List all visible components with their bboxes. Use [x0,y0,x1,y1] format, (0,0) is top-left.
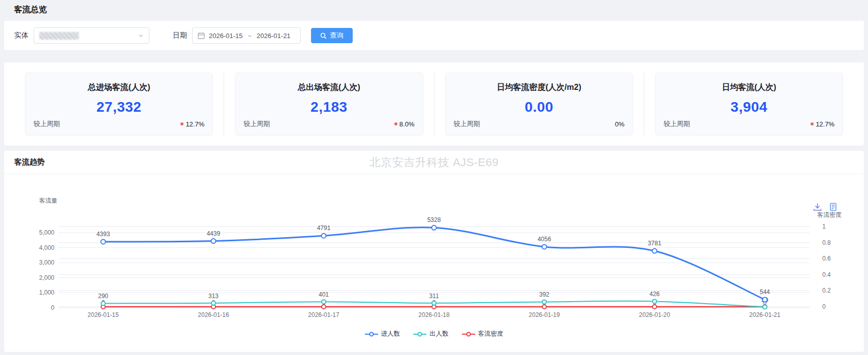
svg-text:313: 313 [208,293,219,300]
chart-toolbar [813,203,838,211]
svg-text:4393: 4393 [97,231,110,238]
stat-compare-label: 较上周期 [34,119,60,128]
stat-compare-label: 较上周期 [243,119,270,128]
calendar-icon [198,32,205,39]
stat-cell: 日均客流(人次) 3,904 较上周期 12.7% [644,73,854,136]
date-label: 日期 [173,31,187,40]
entity-label: 实体 [14,31,28,40]
svg-text:5328: 5328 [427,216,441,223]
filter-panel: 实体 日期 2026-01-15 ~ 2026-01-21 查询 [4,21,864,50]
stat-compare-label: 较上周期 [454,119,480,128]
chart-legend: 进人数 出人数 客流密度 [4,330,864,338]
svg-text:1,000: 1,000 [39,289,54,296]
chart-entity-title: 北京安吉升科技 AJS-E69 [4,155,864,170]
stat-cell: 总进场客流(人次) 27,332 较上周期 12.7% [14,73,224,136]
stat-title: 总进场客流(人次) [34,82,204,93]
date-separator: ~ [247,32,253,40]
svg-text:426: 426 [649,291,660,298]
legend-item-density[interactable]: 客流密度 [462,330,504,338]
search-icon [320,33,327,39]
chart-header: 客流趋势 北京安吉升科技 AJS-E69 [4,151,864,174]
stat-value: 2,183 [243,99,414,115]
svg-text:401: 401 [319,291,329,298]
stat-card-avg-density: 日均客流密度(人次/m2) 0.00 较上周期 0% [445,73,633,136]
stat-cell: 日均客流密度(人次/m2) 0.00 较上周期 0% [434,73,644,136]
page-title: 客流总览 [14,5,854,15]
stat-card-total-in: 总进场客流(人次) 27,332 较上周期 12.7% [25,73,213,136]
svg-text:2026-01-17: 2026-01-17 [308,311,339,318]
query-button[interactable]: 查询 [311,28,353,43]
svg-text:2026-01-19: 2026-01-19 [529,311,560,318]
chart-panel: 客流趋势 北京安吉升科技 AJS-E69 00.20.40.60.8101,00… [4,151,864,352]
stats-panel: 总进场客流(人次) 27,332 较上周期 12.7% 总出场客流(人次) 2,… [4,62,864,146]
stat-title: 日均客流(人次) [664,82,834,93]
svg-text:290: 290 [98,293,108,300]
trend-chart: 00.20.40.60.8101,0002,0003,0004,0005,000… [4,174,864,328]
svg-text:0: 0 [822,303,826,310]
svg-text:2026-01-20: 2026-01-20 [639,311,670,318]
line-marker-icon [365,332,378,337]
stat-value: 3,904 [664,99,834,115]
chevron-down-icon [138,33,144,39]
stat-card-daily-avg: 日均客流(人次) 3,904 较上周期 12.7% [655,73,843,136]
stat-cell: 总出场客流(人次) 2,183 较上周期 8.0% [224,73,433,136]
download-icon[interactable] [813,203,822,211]
negative-dot-icon [180,122,183,125]
legend-item-in[interactable]: 进人数 [365,330,400,338]
svg-text:4,000: 4,000 [39,244,54,251]
chart-section-title: 客流趋势 [14,157,45,167]
line-marker-icon [413,332,426,337]
legend-item-out[interactable]: 出人数 [413,330,449,338]
svg-text:0: 0 [51,304,54,311]
svg-text:1: 1 [822,223,826,230]
svg-text:3781: 3781 [648,240,662,247]
stat-card-total-out: 总出场客流(人次) 2,183 较上周期 8.0% [235,73,423,136]
svg-text:5,000: 5,000 [39,229,54,236]
date-range-input[interactable]: 2026-01-15 ~ 2026-01-21 [192,27,301,44]
svg-text:2026-01-15: 2026-01-15 [87,311,119,318]
svg-text:2026-01-16: 2026-01-16 [198,311,229,318]
query-button-label: 查询 [330,31,344,40]
stat-change: 0% [610,120,625,128]
entity-select[interactable] [34,27,149,44]
svg-text:0.6: 0.6 [822,255,831,262]
svg-text:0.2: 0.2 [822,287,831,294]
data-view-icon[interactable] [829,203,838,211]
stat-value: 0.00 [454,99,625,115]
stat-change: 12.7% [811,120,834,128]
page-header: 客流总览 [0,0,868,21]
stat-title: 日均客流密度(人次/m2) [454,82,625,93]
svg-text:2,000: 2,000 [39,274,54,281]
line-marker-icon [462,332,475,337]
negative-dot-icon [811,122,814,125]
stat-value: 27,332 [34,99,204,115]
svg-text:3,000: 3,000 [39,259,54,266]
svg-text:4439: 4439 [207,230,221,237]
date-start-value[interactable]: 2026-01-15 [209,32,243,40]
svg-text:544: 544 [760,288,770,296]
svg-text:客流密度: 客流密度 [817,211,842,218]
svg-text:311: 311 [429,293,439,300]
stat-compare-label: 较上周期 [664,119,690,128]
svg-text:0.8: 0.8 [822,239,831,246]
negative-dot-icon [394,122,397,125]
stat-title: 总出场客流(人次) [243,82,414,93]
date-end-value[interactable]: 2026-01-21 [257,32,291,40]
svg-text:392: 392 [539,291,549,298]
redacted-entity-value [39,32,79,40]
stat-change: 12.7% [180,120,204,128]
stat-change: 8.0% [394,120,415,128]
svg-text:客流量: 客流量 [39,197,57,204]
svg-text:2026-01-21: 2026-01-21 [749,311,781,318]
svg-text:4056: 4056 [538,236,551,243]
svg-text:0.4: 0.4 [822,271,831,278]
svg-text:2026-01-18: 2026-01-18 [418,311,450,318]
svg-text:4791: 4791 [317,224,331,232]
